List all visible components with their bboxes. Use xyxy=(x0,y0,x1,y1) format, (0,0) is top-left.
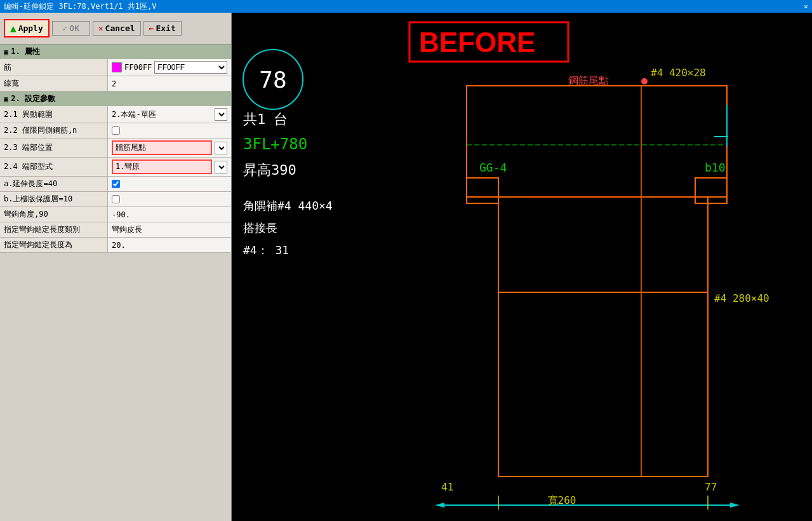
window-title: 編輯-延伸鎖定 3FL:78,Vert1/1 共1區,V xyxy=(4,1,157,12)
rebar-label: 筋 xyxy=(0,59,108,76)
param23-row: 2.3 端部位置 牆筋尾點 xyxy=(0,139,231,158)
svg-point-2 xyxy=(641,78,648,85)
section1-toggle: ▣ xyxy=(4,48,8,57)
dim-right: 77 xyxy=(705,481,717,493)
apply-triangle-icon: ▲ xyxy=(10,22,17,34)
svg-rect-4 xyxy=(498,292,708,477)
hook-type-row: 指定彎鉤鎚定長度類別 彎鉤皮長 xyxy=(0,222,231,238)
svg-rect-3 xyxy=(467,86,727,197)
cad-view: BEFORE 78 共1 台 3FL+780 昇高390 角隅補#4 440×4… xyxy=(232,13,812,521)
cancel-x-icon: ✕ xyxy=(98,24,103,33)
param-b-checkbox[interactable] xyxy=(112,195,120,203)
b10-label: b10 xyxy=(705,161,726,174)
param24-label: 2.4 端部型式 xyxy=(0,158,108,176)
svg-marker-15 xyxy=(730,503,740,508)
param22-row: 2.2 僅限同側鋼筋,n xyxy=(0,123,231,139)
param24-value[interactable]: 1.彎原 xyxy=(108,158,231,176)
param22-label: 2.2 僅限同側鋼筋,n xyxy=(0,123,108,138)
param23-text: 牆筋尾點 xyxy=(112,140,212,155)
hook-len-row: 指定彎鉤鎚定長度為 20. xyxy=(0,238,231,253)
cancel-label: Cancel xyxy=(105,24,135,33)
count-text: 共1 台 xyxy=(243,111,288,127)
param24-dropdown[interactable] xyxy=(215,161,227,173)
param22-value[interactable] xyxy=(108,123,231,138)
color-hex: FF00FF xyxy=(124,63,152,72)
hook-type-value: 彎鉤皮長 xyxy=(108,222,231,237)
hook-angle-row: 彎鉤角度,90 -90. xyxy=(0,207,231,222)
param-a-value[interactable] xyxy=(108,177,231,191)
exit-label: Exit xyxy=(156,24,175,33)
param21-dropdown[interactable] xyxy=(215,108,227,121)
param23-label: 2.3 端部位置 xyxy=(0,139,108,157)
param21-label: 2.1 異動範圍 xyxy=(0,106,108,123)
corner-text: 角隅補#4 440×4 xyxy=(243,199,333,212)
section2-toggle: ▣ xyxy=(4,95,8,104)
param24-row: 2.4 端部型式 1.彎原 xyxy=(0,158,231,177)
svg-marker-14 xyxy=(435,503,444,508)
rebar-dropdown[interactable]: FF00FF xyxy=(154,61,227,74)
before-label: BEFORE xyxy=(419,27,535,58)
param-a-label: a.延伸長度=40 xyxy=(0,177,108,191)
apply-label: Apply xyxy=(18,24,43,33)
splice-text: #4： 31 xyxy=(243,243,289,257)
ok-check-icon: ✓ xyxy=(63,24,68,33)
linewidth-label: 線寬 xyxy=(0,76,108,91)
cancel-button[interactable]: ✕ Cancel xyxy=(93,21,141,36)
floor-level: 3FL+780 xyxy=(243,135,307,153)
exit-arrow-icon: ← xyxy=(149,24,154,33)
section1-label: 1. 屬性 xyxy=(11,46,40,57)
param23-dropdown[interactable] xyxy=(215,142,227,154)
exit-button[interactable]: ← Exit xyxy=(143,21,182,36)
hook-len-label: 指定彎鉤鎚定長度為 xyxy=(0,238,108,252)
param-b-label: b.上樓版保護層=10 xyxy=(0,192,108,206)
dim-width: 寬260 xyxy=(548,494,576,506)
param-a-checkbox[interactable] xyxy=(112,180,120,188)
ok-label: OK xyxy=(69,24,79,33)
close-icon[interactable]: ✕ xyxy=(804,2,808,11)
param22-checkbox[interactable] xyxy=(112,126,120,135)
hook-angle-value: -90. xyxy=(108,207,231,222)
linewidth-row: 線寬 2 xyxy=(0,76,231,91)
hook-angle-label: 彎鉤角度,90 xyxy=(0,207,108,222)
svg-rect-7 xyxy=(467,178,498,203)
rebar-row: 筋 FF00FF FF00FF xyxy=(0,59,231,76)
linewidth-value: 2 xyxy=(108,76,231,91)
rebar-label-bottom: #4 280×40 xyxy=(714,292,769,304)
hook-type-label: 指定彎鉤鎚定長度類別 xyxy=(0,222,108,237)
circle-number: 78 xyxy=(259,67,286,93)
apply-button[interactable]: ▲ Apply xyxy=(4,19,50,37)
section1-header[interactable]: ▣ 1. 屬性 xyxy=(0,44,231,59)
hook-len-value: 20. xyxy=(108,238,231,252)
gg4-label: GG-4 xyxy=(479,161,507,174)
param23-value[interactable]: 牆筋尾點 xyxy=(108,139,231,157)
rebar-tail-label: 鋼筋尾點 xyxy=(568,74,609,86)
section2-label: 2. 設定參數 xyxy=(11,93,55,104)
param-b-value[interactable] xyxy=(108,192,231,206)
param21-row: 2.1 異動範圍 2.本端-單區 xyxy=(0,106,231,123)
color-swatch xyxy=(112,62,122,72)
section2-header[interactable]: ▣ 2. 設定參數 xyxy=(0,91,231,106)
rise-text: 昇高390 xyxy=(243,162,296,178)
param-a-row: a.延伸長度=40 xyxy=(0,177,231,192)
param21-value[interactable]: 2.本端-單區 xyxy=(108,106,231,123)
param-b-row: b.上樓版保護層=10 xyxy=(0,192,231,207)
rebar-label-top: #4 420×28 xyxy=(651,67,706,79)
splice-label: 搭接長 xyxy=(243,221,277,234)
svg-rect-8 xyxy=(695,178,727,203)
param21-text: 2.本端-單區 xyxy=(112,109,212,120)
dim-left: 41 xyxy=(441,481,453,493)
ok-button[interactable]: ✓ OK xyxy=(52,21,90,36)
param24-text: 1.彎原 xyxy=(112,159,212,174)
rebar-value[interactable]: FF00FF FF00FF xyxy=(108,59,231,76)
